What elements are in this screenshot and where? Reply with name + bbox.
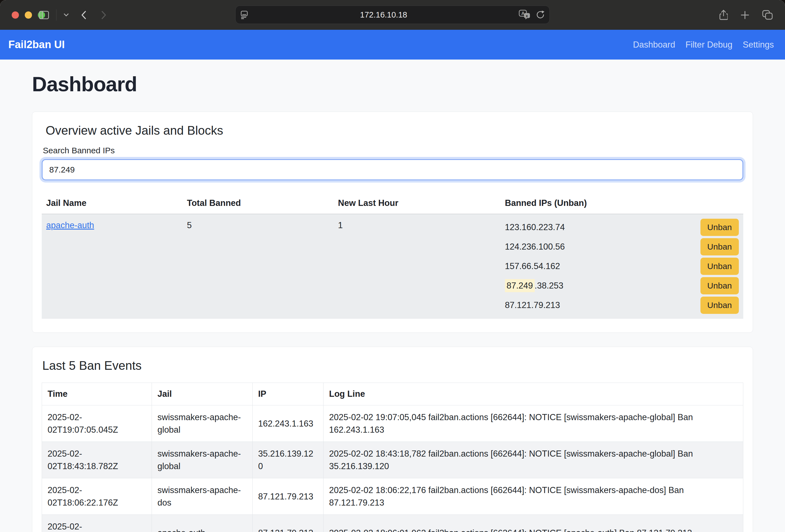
unban-button[interactable]: Unban (701, 238, 739, 255)
search-banned-ips-input[interactable] (42, 159, 743, 180)
event-ip: 162.243.1.163 (253, 405, 324, 442)
ban-events-table: Time Jail IP Log Line 2025-02-02T19:07:0… (42, 383, 743, 532)
event-jail: swissmakers-apache-global (152, 442, 253, 478)
unban-button[interactable]: Unban (701, 297, 739, 314)
jail-new-last-hour: 1 (333, 214, 501, 319)
nav-link-dashboard[interactable]: Dashboard (633, 40, 675, 50)
ban-events-header-row: Time Jail IP Log Line (42, 383, 743, 405)
browser-window: 172.16.10.18 A x (0, 0, 785, 532)
main-content: Dashboard Overview active Jails and Bloc… (0, 59, 785, 532)
event-time: 2025-02-02T18:06:01.962Z (42, 515, 152, 532)
jail-name-link[interactable]: apache-auth (46, 220, 94, 230)
app-navbar: Fail2ban UI Dashboard Filter Debug Setti… (0, 30, 785, 59)
app-brand[interactable]: Fail2ban UI (8, 39, 65, 51)
sidebar-toggle-icon[interactable] (39, 11, 49, 19)
share-icon[interactable] (719, 10, 728, 20)
col-log-line: Log Line (324, 383, 743, 405)
translate-icon[interactable]: A x (519, 10, 530, 20)
unban-button[interactable]: Unban (701, 277, 739, 295)
browser-chrome: 172.16.10.18 A x (0, 0, 785, 30)
col-banned-ips: Banned IPs (Unban) (501, 194, 743, 214)
overview-card: Overview active Jails and Blocks Search … (32, 111, 753, 333)
banned-ip-row: 124.236.100.56 Unban (505, 237, 739, 256)
ban-event-row: 2025-02-02T18:43:18.782Z swissmakers-apa… (42, 442, 743, 478)
nav-link-filter-debug[interactable]: Filter Debug (685, 40, 732, 50)
col-jail: Jail (152, 383, 253, 405)
banned-ip: 87.121.79.213 (505, 300, 560, 310)
ban-event-row: 2025-02-02T18:06:22.176Z swissmakers-apa… (42, 478, 743, 515)
event-log: 2025-02-02 18:06:01,962 fail2ban.actions… (324, 515, 743, 532)
tab-overview-icon[interactable] (762, 10, 773, 20)
jails-table: Jail Name Total Banned New Last Hour Ban… (42, 194, 743, 319)
event-log: 2025-02-02 18:06:22,176 fail2ban.actions… (324, 478, 743, 515)
back-button[interactable] (81, 10, 86, 20)
minimize-window-button[interactable] (25, 11, 32, 19)
nav-link-settings[interactable]: Settings (743, 40, 774, 50)
event-log: 2025-02-02 18:43:18,782 fail2ban.actions… (324, 442, 743, 478)
banned-ip: 123.160.223.74 (505, 222, 565, 232)
col-new-last-hour: New Last Hour (333, 194, 501, 214)
banned-ip-row: 123.160.223.74 Unban (505, 218, 739, 237)
ban-events-card: Last 5 Ban Events Time Jail IP Log Line … (32, 347, 753, 532)
banned-ip-row: 87.249.38.253 Unban (505, 276, 739, 296)
event-time: 2025-02-02T19:07:05.045Z (42, 405, 152, 442)
toolbar-divider (56, 9, 56, 21)
page-title: Dashboard (32, 72, 753, 96)
col-time: Time (42, 383, 152, 405)
overview-card-title: Overview active Jails and Blocks (46, 124, 743, 137)
event-time: 2025-02-02T18:43:18.782Z (42, 442, 152, 478)
new-tab-icon[interactable] (740, 10, 750, 20)
event-jail: apache-auth (152, 515, 253, 532)
ban-event-row: 2025-02-02T18:06:01.962Z apache-auth 87.… (42, 515, 743, 532)
event-time: 2025-02-02T18:06:22.176Z (42, 478, 152, 515)
forward-button[interactable] (101, 10, 106, 20)
banned-ip-row: 87.121.79.213 Unban (505, 296, 739, 315)
col-ip: IP (253, 383, 324, 405)
banned-ip: .38.253 (535, 281, 563, 290)
banned-ip: 124.236.100.56 (505, 242, 565, 252)
banned-ip: 157.66.54.162 (505, 261, 560, 271)
url-text[interactable]: 172.16.10.18 (248, 10, 519, 20)
event-ip: 35.216.139.120 (253, 442, 324, 478)
unban-button[interactable]: Unban (701, 258, 739, 275)
page-settings-icon[interactable] (240, 10, 248, 19)
address-bar[interactable]: 172.16.10.18 A x (235, 5, 550, 24)
event-ip: 87.121.79.213 (253, 515, 324, 532)
reload-icon[interactable] (536, 10, 545, 20)
jails-table-header-row: Jail Name Total Banned New Last Hour Ban… (42, 194, 743, 214)
event-jail: swissmakers-apache-global (152, 405, 253, 442)
chevron-down-icon[interactable] (64, 14, 69, 17)
banned-ip-list: 123.160.223.74 Unban 124.236.100.56 Unba… (505, 218, 739, 315)
banned-ip-row: 157.66.54.162 Unban (505, 256, 739, 276)
event-ip: 87.121.79.213 (253, 478, 324, 515)
close-window-button[interactable] (12, 11, 19, 19)
jail-total-banned: 5 (182, 214, 333, 319)
ban-event-row: 2025-02-02T19:07:05.045Z swissmakers-apa… (42, 405, 743, 442)
ban-events-card-title: Last 5 Ban Events (42, 359, 743, 373)
event-jail: swissmakers-apache-dos (152, 478, 253, 515)
search-banned-ips-label: Search Banned IPs (43, 146, 743, 155)
ip-highlight: 87.249 (505, 279, 535, 292)
col-jail-name: Jail Name (42, 194, 182, 214)
unban-button[interactable]: Unban (701, 219, 739, 236)
svg-text:x: x (526, 14, 528, 18)
jail-row: apache-auth 5 1 123.160.223.74 Unban 124… (42, 214, 743, 319)
col-total-banned: Total Banned (182, 194, 333, 214)
nav-links: Dashboard Filter Debug Settings (633, 40, 774, 50)
event-log: 2025-02-02 19:07:05,045 fail2ban.actions… (324, 405, 743, 442)
